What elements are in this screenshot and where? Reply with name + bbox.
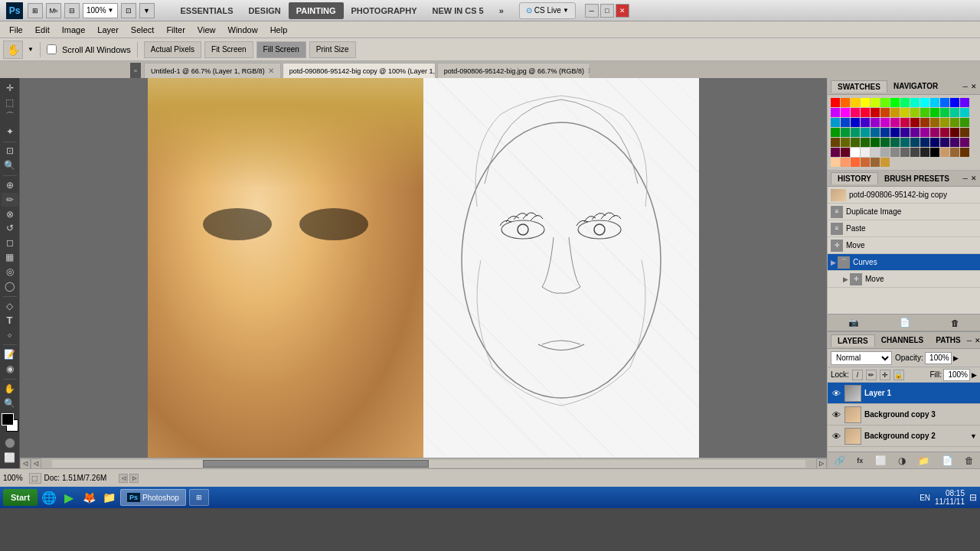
lasso-tool[interactable]: ⌒ — [2, 110, 18, 124]
swatch-33[interactable] — [880, 118, 890, 127]
swatch-11[interactable] — [940, 98, 949, 107]
swatches-minimize[interactable]: ─ — [963, 83, 968, 90]
zoom-control[interactable]: 100% ▼ — [83, 3, 118, 18]
history-item-3[interactable]: ▶ ⌒ Curves — [828, 254, 980, 271]
swatch-66[interactable] — [930, 138, 939, 147]
swatch-18[interactable] — [871, 108, 880, 117]
channels-tab[interactable]: CHANNELS — [875, 334, 930, 346]
swatch-56[interactable] — [831, 138, 840, 147]
swatch-85[interactable] — [841, 158, 850, 167]
swatches-close[interactable]: ✕ — [971, 83, 977, 90]
tab-jpg-67[interactable]: potd-090806-95142-big.jpg @ 66.7% (RGB/8… — [437, 63, 590, 78]
swatch-20[interactable] — [890, 108, 900, 117]
swatch-62[interactable] — [890, 138, 900, 147]
zoom-tool[interactable]: 🔍 — [2, 396, 18, 410]
history-brush-tool[interactable]: ↺ — [2, 222, 18, 236]
swatch-81[interactable] — [940, 148, 949, 157]
layer-group-button[interactable]: 📁 — [918, 455, 929, 466]
workspace-new-cs5[interactable]: NEW IN CS 5 — [425, 2, 492, 19]
menu-image[interactable]: Image — [56, 24, 92, 36]
swatch-78[interactable] — [910, 148, 920, 157]
swatch-83[interactable] — [960, 148, 969, 157]
swatch-69[interactable] — [960, 138, 969, 147]
spot-heal-tool[interactable]: ⊕ — [2, 178, 18, 192]
history-item-4[interactable]: ▶ ✛ Move — [828, 271, 980, 288]
title-btn-1[interactable]: ⊞ — [28, 3, 43, 18]
swatch-27[interactable] — [960, 108, 969, 117]
swatch-17[interactable] — [861, 108, 870, 117]
layer-mask-button[interactable]: ⬜ — [875, 455, 887, 466]
taskbar-other-button[interactable]: ⊞ — [189, 489, 209, 506]
swatch-72[interactable] — [851, 148, 860, 157]
swatch-34[interactable] — [890, 118, 900, 127]
swatch-22[interactable] — [910, 108, 920, 117]
title-btn-3[interactable]: ⊟ — [64, 3, 80, 18]
brush-presets-tab[interactable]: BRUSH PRESETS — [878, 173, 956, 184]
swatch-60[interactable] — [871, 138, 880, 147]
swatch-79[interactable] — [920, 148, 929, 157]
fit-screen-button[interactable]: Fit Screen — [204, 41, 253, 58]
swatch-46[interactable] — [871, 128, 880, 137]
history-minimize[interactable]: ─ — [963, 174, 968, 182]
layers-close[interactable]: ✕ — [975, 337, 980, 344]
swatch-87[interactable] — [861, 158, 870, 167]
fill-arrow[interactable]: ▶ — [972, 371, 977, 379]
swatch-2[interactable] — [851, 98, 860, 107]
path-tool[interactable]: ◇ — [2, 299, 18, 313]
swatch-49[interactable] — [900, 128, 910, 137]
workspace-more[interactable]: » — [492, 2, 511, 19]
layer-delete-button[interactable]: 🗑 — [965, 455, 974, 466]
title-btn-5[interactable]: ▼ — [139, 3, 155, 18]
menu-filter[interactable]: Filter — [160, 24, 191, 36]
swatch-13[interactable] — [960, 98, 969, 107]
swatch-45[interactable] — [861, 128, 870, 137]
fill-screen-button[interactable]: Fill Screen — [256, 41, 306, 58]
swatch-76[interactable] — [890, 148, 900, 157]
tab-untitled[interactable]: Untitled-1 @ 66.7% (Layer 1, RGB/8) ✕ — [144, 63, 281, 78]
history-close[interactable]: ✕ — [971, 174, 977, 182]
blend-mode-select[interactable]: Normal — [831, 351, 892, 365]
fill-input[interactable] — [943, 369, 970, 381]
tab-close-0[interactable]: ✕ — [268, 67, 274, 75]
layer-new-button[interactable]: 📄 — [942, 455, 953, 466]
swatch-25[interactable] — [940, 108, 949, 117]
layer-item-2[interactable]: 👁 Background copy 2 ▼ — [828, 425, 980, 447]
swatch-55[interactable] — [960, 128, 969, 137]
swatch-44[interactable] — [851, 128, 860, 137]
lock-image-icon[interactable]: ✏ — [866, 370, 877, 380]
swatch-73[interactable] — [861, 148, 870, 157]
swatch-52[interactable] — [930, 128, 939, 137]
swatch-51[interactable] — [920, 128, 929, 137]
swatch-58[interactable] — [851, 138, 860, 147]
swatch-3[interactable] — [861, 98, 870, 107]
swatch-88[interactable] — [871, 158, 880, 167]
close-button[interactable]: ✕ — [616, 4, 629, 18]
swatch-42[interactable] — [831, 128, 840, 137]
swatches-tab[interactable]: SWATCHES — [831, 80, 887, 93]
swatch-75[interactable] — [880, 148, 890, 157]
workspace-painting[interactable]: PAINTING — [289, 2, 344, 19]
eyedropper-tool[interactable]: 🔍 — [2, 158, 18, 172]
scroll-thumb[interactable] — [203, 460, 429, 468]
layer-item-0[interactable]: 👁 Layer 1 — [828, 383, 980, 404]
swatch-43[interactable] — [841, 128, 850, 137]
swatch-74[interactable] — [871, 148, 880, 157]
taskbar-media-icon[interactable]: ▶ — [60, 489, 77, 506]
canvas-scroll-left[interactable]: ◁ — [119, 474, 128, 483]
swatch-68[interactable] — [950, 138, 959, 147]
dodge-tool[interactable]: ◯ — [2, 279, 18, 293]
swatch-61[interactable] — [880, 138, 890, 147]
hand-tool[interactable]: ✋ — [3, 41, 23, 59]
notes-tool[interactable]: 📝 — [2, 347, 18, 361]
swatch-39[interactable] — [940, 118, 949, 127]
opacity-arrow[interactable]: ▶ — [953, 354, 959, 362]
swatch-29[interactable] — [841, 118, 850, 127]
swatch-38[interactable] — [930, 118, 939, 127]
menu-view[interactable]: View — [191, 24, 222, 36]
layer-adjustment-button[interactable]: ◑ — [898, 455, 906, 466]
swatch-6[interactable] — [890, 98, 900, 107]
clone-stamp-tool[interactable]: ⊗ — [2, 207, 18, 221]
layer-fx-button[interactable]: fx — [857, 457, 863, 465]
swatch-77[interactable] — [900, 148, 910, 157]
layer-link-button[interactable]: 🔗 — [834, 455, 845, 466]
